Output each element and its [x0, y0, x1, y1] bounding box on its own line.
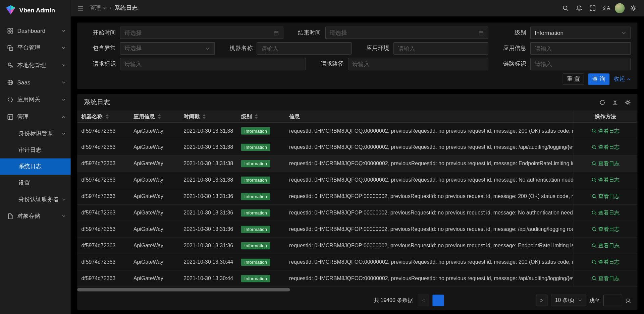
- chevron-down-icon: [205, 46, 210, 51]
- notification-bell-icon[interactable]: [572, 0, 586, 16]
- cell-actions: 查看日志: [573, 172, 637, 188]
- column-header[interactable]: 机器名称: [77, 110, 129, 122]
- collapse-link[interactable]: 收起: [613, 75, 631, 83]
- level-select[interactable]: Information: [530, 27, 631, 39]
- sidebar-sub-item[interactable]: 设置: [0, 175, 71, 191]
- user-menu[interactable]: [613, 0, 626, 16]
- locale-icon[interactable]: 文A: [599, 0, 613, 16]
- menu-fold-icon[interactable]: [75, 2, 86, 14]
- sidebar-item-gateway[interactable]: 应用网关: [0, 91, 71, 108]
- cell-level: Information: [237, 160, 285, 167]
- app-title: Vben Admin: [19, 6, 55, 13]
- fullscreen-icon[interactable]: [586, 0, 599, 16]
- sidebar-item-localization[interactable]: 本地化管理: [0, 57, 71, 74]
- request-id-field[interactable]: [120, 58, 306, 70]
- view-log-link[interactable]: 查看日志: [591, 193, 620, 200]
- sidebar-item-platform[interactable]: 平台管理: [0, 40, 71, 57]
- cell-machine-name: df5974d72363: [77, 193, 129, 199]
- sidebar-sub-item[interactable]: 系统日志: [0, 159, 71, 175]
- reset-button[interactable]: 重 置: [563, 73, 584, 85]
- sidebar-item-label: 对象存储: [17, 212, 61, 220]
- page-number[interactable]: [447, 295, 459, 306]
- app-info-field[interactable]: [530, 42, 631, 55]
- view-log-link[interactable]: 查看日志: [591, 275, 620, 282]
- cell-message: requestId: 0HMCRBM8JQFOO:00000002, previ…: [285, 259, 573, 265]
- page-number[interactable]: [521, 295, 533, 306]
- jump-page-input[interactable]: [603, 295, 622, 306]
- cell-app-info: ApiGateWay: [129, 275, 179, 281]
- view-log-label: 查看日志: [598, 160, 620, 167]
- start-time-datepicker[interactable]: [120, 27, 283, 39]
- view-log-link[interactable]: 查看日志: [591, 176, 620, 184]
- table-header-row: 机器名称 应用信息 时间戳 级别 信息: [77, 110, 637, 123]
- sidebar-item-object-storage[interactable]: 对象存储: [0, 208, 71, 225]
- breadcrumb-root[interactable]: 管理: [90, 4, 106, 12]
- sidebar-item-label: 身份认证服务器: [18, 196, 62, 203]
- column-header[interactable]: 时间戳: [179, 110, 237, 122]
- prev-page-button[interactable]: <: [418, 295, 429, 306]
- page-number[interactable]: [477, 295, 488, 306]
- jump-to-page: 跳至 页: [589, 295, 631, 306]
- cell-machine-name: df5974d72363: [77, 144, 129, 150]
- exception-select[interactable]: 请选择: [120, 42, 215, 55]
- view-log-link[interactable]: 查看日志: [591, 160, 620, 167]
- view-log-link[interactable]: 查看日志: [591, 258, 620, 266]
- cell-app-info: ApiGateWay: [129, 259, 179, 265]
- page-number[interactable]: [492, 295, 503, 306]
- machine-name-field[interactable]: [257, 42, 352, 55]
- chevron-down-icon: [578, 298, 582, 302]
- app-env-field[interactable]: [393, 42, 488, 55]
- request-path-field[interactable]: [348, 58, 488, 70]
- machine-name-input[interactable]: [261, 45, 347, 52]
- breadcrumb: 管理 / 系统日志: [90, 4, 138, 12]
- cell-machine-name: df5974d72363: [77, 226, 129, 232]
- request-path-input[interactable]: [353, 61, 484, 67]
- sidebar-item-saas[interactable]: Saas: [0, 74, 71, 91]
- column-header[interactable]: 应用信息: [129, 110, 179, 122]
- log-table-panel: 系统日志 机器名称: [77, 94, 637, 310]
- end-time-input[interactable]: [330, 29, 476, 36]
- cell-actions: 查看日志: [573, 155, 637, 172]
- view-log-link[interactable]: 查看日志: [591, 209, 620, 216]
- trace-id-field[interactable]: [530, 58, 631, 70]
- column-header[interactable]: 级别: [237, 110, 285, 122]
- page-size-select[interactable]: 10 条/页: [551, 295, 586, 306]
- app-logo[interactable]: Vben Admin: [0, 0, 71, 20]
- start-time-input[interactable]: [124, 29, 271, 36]
- request-id-input[interactable]: [124, 61, 302, 67]
- search-button[interactable]: 查 询: [588, 73, 610, 85]
- column-header[interactable]: 信息: [285, 110, 573, 122]
- page-number[interactable]: [462, 295, 474, 306]
- cell-message: requestId: 0HMCRBM8JQFOQ:00000002, previ…: [285, 144, 573, 150]
- search-icon[interactable]: [558, 0, 572, 16]
- table-settings-icon[interactable]: [625, 99, 631, 105]
- next-page-button[interactable]: >: [536, 295, 547, 306]
- view-log-link[interactable]: 查看日志: [591, 143, 620, 151]
- column-header[interactable]: 操作方法: [573, 110, 637, 122]
- trace-id-input[interactable]: [535, 61, 626, 67]
- sidebar-item-management[interactable]: 管理: [0, 108, 71, 125]
- column-height-icon[interactable]: [612, 99, 618, 105]
- sidebar-item-dashboard[interactable]: Dashboard: [0, 22, 71, 39]
- magnifier-icon: [591, 194, 597, 199]
- page-number[interactable]: [433, 295, 444, 306]
- filter-start-time: 开始时间: [84, 27, 289, 39]
- cell-message: requestId: 0HMCRBM8JQFOP:00000002, previ…: [285, 210, 573, 216]
- sidebar-item-label: 本地化管理: [17, 62, 61, 69]
- settings-gear-icon[interactable]: [626, 0, 640, 16]
- scrollbar-thumb[interactable]: [77, 288, 290, 292]
- sort-icon: [255, 114, 258, 119]
- page-number[interactable]: [506, 295, 518, 306]
- sidebar-sub-item[interactable]: 身份认证服务器: [0, 191, 71, 208]
- view-log-link[interactable]: 查看日志: [591, 226, 620, 233]
- pagination: 共 19400 条数据 < > 10 条/页 跳至 页: [77, 293, 637, 309]
- view-log-link[interactable]: 查看日志: [591, 127, 620, 134]
- view-log-link[interactable]: 查看日志: [591, 242, 620, 249]
- end-time-datepicker[interactable]: [325, 27, 488, 39]
- app-info-input[interactable]: [535, 45, 626, 52]
- table-row: df5974d72363 ApiGateWay 2021-10-30 13:31…: [77, 139, 637, 155]
- app-env-input[interactable]: [398, 45, 484, 52]
- sidebar-sub-item[interactable]: 身份标识管理: [0, 126, 71, 142]
- refresh-icon[interactable]: [599, 99, 605, 105]
- sidebar-sub-item[interactable]: 审计日志: [0, 142, 71, 159]
